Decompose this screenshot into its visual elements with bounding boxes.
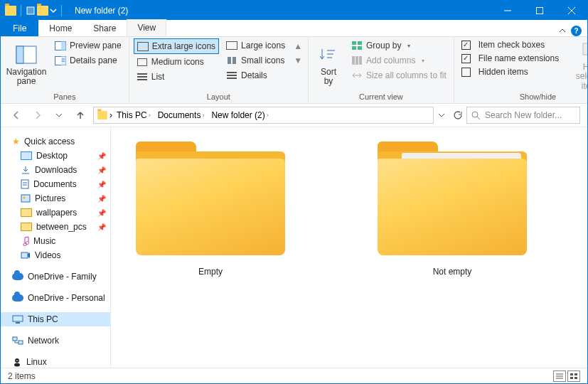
- navigation-pane-icon: [16, 46, 37, 64]
- pin-icon: 📌: [97, 223, 106, 231]
- file-list[interactable]: Empty Not empty: [111, 127, 587, 368]
- layout-small-button[interactable]: Small icons: [223, 53, 288, 68]
- svg-rect-6: [61, 41, 66, 50]
- sidebar-item-desktop[interactable]: Desktop📌: [1, 149, 110, 163]
- search-icon: [471, 111, 481, 120]
- svg-point-29: [23, 197, 26, 199]
- ribbon-tabs: File Home Share View ?: [1, 20, 587, 37]
- folder-icon: [21, 223, 32, 231]
- group-by-icon: [352, 41, 362, 50]
- sidebar-item-documents[interactable]: Documents📌: [1, 177, 110, 191]
- window-title: New folder (2): [75, 6, 128, 16]
- search-placeholder: Search New folder...: [485, 110, 562, 120]
- folder-item-not-empty[interactable]: Not empty: [374, 142, 530, 353]
- sidebar-item-music[interactable]: Music: [1, 234, 110, 248]
- size-columns-button: Size all columns to fit: [348, 68, 449, 82]
- tab-view[interactable]: View: [127, 19, 166, 36]
- sidebar-item-wallpapers[interactable]: wallpapers📌: [1, 206, 110, 220]
- svg-rect-42: [570, 373, 573, 375]
- sidebar-item-between-pcs[interactable]: between_pcs📌: [1, 220, 110, 234]
- recent-locations-button[interactable]: [50, 107, 68, 124]
- navigation-bar: › This PC› Documents› New folder (2)› Se…: [1, 104, 587, 127]
- hidden-items-toggle[interactable]: Hidden items: [459, 65, 562, 78]
- file-name-extensions-toggle[interactable]: ✓File name extensions: [459, 52, 562, 65]
- qat-properties-icon[interactable]: [26, 6, 36, 16]
- status-view-details-button[interactable]: [553, 370, 566, 382]
- sidebar-network[interactable]: Network: [1, 334, 110, 348]
- refresh-icon[interactable]: [452, 110, 462, 120]
- sidebar-onedrive-personal[interactable]: OneDrive - Personal: [1, 291, 110, 305]
- sidebar-linux[interactable]: Linux: [1, 355, 110, 368]
- maximize-button[interactable]: [523, 1, 555, 20]
- crumb-current[interactable]: New folder (2)›: [208, 110, 271, 120]
- sidebar-item-pictures[interactable]: Pictures📌: [1, 191, 110, 206]
- svg-rect-32: [16, 322, 20, 324]
- layout-scroll-down[interactable]: ▼: [294, 55, 302, 65]
- videos-icon: [21, 251, 31, 260]
- help-icon[interactable]: ?: [571, 26, 582, 36]
- tab-share[interactable]: Share: [82, 20, 127, 36]
- folder-item-empty[interactable]: Empty: [132, 142, 289, 353]
- group-layout: Extra large icons Medium icons List Larg…: [129, 37, 309, 103]
- minimize-button[interactable]: [491, 1, 523, 20]
- qat-newfolder-icon[interactable]: [37, 6, 48, 16]
- content-area: ★Quick access Desktop📌 Downloads📌 Docume…: [1, 127, 587, 368]
- sidebar-quick-access[interactable]: ★Quick access: [1, 134, 110, 149]
- sidebar-item-downloads[interactable]: Downloads📌: [1, 163, 110, 177]
- qat-customize-icon[interactable]: [50, 7, 57, 14]
- sidebar-item-videos[interactable]: Videos: [1, 248, 110, 262]
- layout-medium-button[interactable]: Medium icons: [134, 55, 219, 69]
- crumb-this-pc[interactable]: This PC›: [114, 110, 154, 120]
- search-box[interactable]: Search New folder...: [466, 107, 580, 124]
- add-columns-button: Add columns▾: [348, 53, 449, 68]
- status-bar: 2 items: [1, 368, 587, 383]
- forward-button[interactable]: [29, 107, 46, 124]
- close-button[interactable]: [555, 1, 587, 20]
- navigation-pane-button[interactable]: Navigation pane: [5, 38, 48, 91]
- star-icon: ★: [12, 137, 20, 146]
- pin-icon: 📌: [97, 166, 106, 174]
- svg-rect-17: [358, 46, 362, 50]
- svg-rect-34: [18, 341, 23, 344]
- svg-rect-43: [574, 373, 577, 375]
- svg-rect-15: [358, 41, 362, 45]
- sidebar-onedrive-family[interactable]: OneDrive - Family: [1, 270, 110, 284]
- svg-rect-28: [21, 195, 30, 202]
- item-check-boxes-toggle[interactable]: ✓Item check boxes: [459, 38, 562, 51]
- tab-file[interactable]: File: [1, 20, 38, 36]
- collapse-ribbon-icon[interactable]: [558, 27, 567, 36]
- navigation-pane-label: Navigation pane: [6, 68, 47, 86]
- layout-scroll-up[interactable]: ▲: [294, 41, 302, 51]
- address-bar[interactable]: › This PC› Documents› New folder (2)›: [93, 107, 434, 124]
- svg-point-36: [14, 363, 20, 367]
- cloud-icon: [12, 294, 23, 302]
- pictures-icon: [21, 194, 31, 203]
- svg-point-38: [17, 360, 18, 361]
- status-view-large-button[interactable]: [567, 370, 580, 382]
- layout-extra-large-button[interactable]: Extra large icons: [134, 38, 219, 54]
- up-button[interactable]: [72, 107, 89, 124]
- svg-point-37: [16, 360, 16, 361]
- details-pane-button[interactable]: Details pane: [52, 53, 124, 68]
- cloud-icon: [12, 273, 23, 280]
- svg-rect-44: [570, 377, 573, 379]
- pin-icon: 📌: [97, 152, 106, 160]
- sort-by-button[interactable]: Sort by: [313, 38, 344, 91]
- preview-pane-button[interactable]: Preview pane: [52, 38, 124, 53]
- back-button[interactable]: [8, 107, 25, 124]
- group-by-button[interactable]: Group by▾: [348, 38, 449, 53]
- downloads-icon: [21, 165, 31, 175]
- group-show-hide: ✓Item check boxes ✓File name extensions …: [454, 37, 588, 103]
- size-columns-icon: [352, 72, 362, 79]
- tab-home[interactable]: Home: [38, 20, 82, 36]
- svg-rect-0: [27, 7, 34, 14]
- layout-large-button[interactable]: Large icons: [223, 38, 288, 53]
- layout-list-button[interactable]: List: [134, 70, 219, 84]
- sidebar-this-pc[interactable]: This PC: [1, 312, 110, 326]
- ribbon: Navigation pane Preview pane Details pan…: [1, 37, 587, 104]
- address-history-icon[interactable]: [438, 112, 445, 119]
- crumb-documents[interactable]: Documents›: [155, 110, 208, 120]
- layout-details-button[interactable]: Details: [223, 68, 288, 82]
- small-icons-icon: [228, 57, 236, 64]
- svg-rect-31: [13, 316, 23, 321]
